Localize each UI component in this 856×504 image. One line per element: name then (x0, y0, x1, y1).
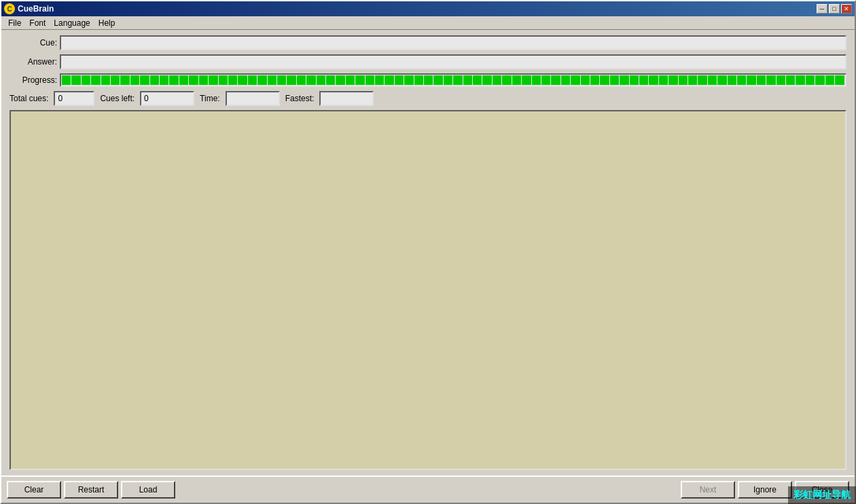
cue-label: Cue: (10, 38, 57, 48)
progress-segment (326, 75, 335, 85)
progress-segment (287, 75, 296, 85)
fastest-input[interactable] (319, 91, 374, 106)
progress-segments (61, 75, 845, 86)
menu-language[interactable]: Language (50, 17, 94, 29)
progress-segment (825, 75, 834, 85)
progress-segment (228, 75, 237, 85)
progress-segment (532, 75, 541, 85)
progress-segment (835, 75, 844, 85)
progress-segment (698, 75, 707, 85)
menu-help[interactable]: Help (94, 17, 120, 29)
progress-segment (346, 75, 355, 85)
progress-segment (199, 75, 208, 85)
progress-segment (71, 75, 80, 85)
progress-segment (717, 75, 726, 85)
menu-file[interactable]: File (4, 17, 25, 29)
progress-segment (385, 75, 393, 85)
progress-segment (786, 75, 795, 85)
close-window-button[interactable]: ✕ (841, 4, 852, 14)
progress-segment (414, 75, 423, 85)
progress-segment (238, 75, 247, 85)
progress-segment (268, 75, 277, 85)
ignore-button[interactable]: Ignore (738, 481, 792, 499)
progress-segment (169, 75, 178, 85)
progress-segment (453, 75, 462, 85)
load-button[interactable]: Load (121, 481, 175, 499)
next-button[interactable]: Next (681, 481, 735, 499)
left-buttons: Clear Restart Load (7, 481, 175, 499)
progress-segment (444, 75, 452, 85)
progress-segment (277, 75, 286, 85)
progress-segment (160, 75, 168, 85)
progress-segment (551, 75, 560, 85)
total-cues-input[interactable] (54, 91, 94, 106)
progress-segment (424, 75, 433, 85)
time-input[interactable] (226, 91, 280, 106)
restart-button[interactable]: Restart (64, 481, 118, 499)
answer-input[interactable] (60, 54, 846, 69)
progress-segment (82, 75, 90, 85)
progress-segment (522, 75, 531, 85)
progress-segment (375, 75, 384, 85)
progress-segment (120, 75, 129, 85)
progress-segment (257, 75, 266, 85)
progress-segment (541, 75, 550, 85)
progress-segment (493, 75, 501, 85)
stats-row: Total cues: Cues left: Time: Fastest: (10, 91, 846, 106)
answer-row: Answer: (10, 54, 846, 69)
menu-bar: File Font Language Help (1, 16, 855, 30)
progress-segment (473, 75, 482, 85)
progress-segment (600, 75, 609, 85)
progress-segment (708, 75, 717, 85)
title-bar-left: C CueBrain (4, 3, 54, 14)
time-label: Time: (200, 94, 220, 103)
progress-segment (815, 75, 824, 85)
clear-button[interactable]: Clear (7, 481, 61, 499)
progress-segment (679, 75, 688, 85)
progress-segment (728, 75, 736, 85)
title-bar-buttons: ─ □ ✕ (817, 4, 852, 14)
main-content: Cue: Answer: Progress: Total cues: Cues … (1, 30, 855, 475)
content-area (10, 110, 846, 470)
progress-segment (766, 75, 775, 85)
progress-segment (433, 75, 442, 85)
progress-segment (395, 75, 404, 85)
menu-font[interactable]: Font (25, 17, 50, 29)
button-bar: Clear Restart Load Next Ignore Close (1, 475, 855, 503)
progress-segment (630, 75, 639, 85)
restore-button[interactable]: □ (829, 4, 840, 14)
progress-segment (571, 75, 579, 85)
total-cues-label: Total cues: (10, 94, 48, 103)
progress-segment (757, 75, 766, 85)
right-buttons: Next Ignore Close (681, 481, 849, 499)
progress-segment (659, 75, 668, 85)
progress-segment (130, 75, 139, 85)
cue-input[interactable] (60, 35, 846, 50)
progress-segment (581, 75, 590, 85)
progress-segment (248, 75, 257, 85)
progress-segment (179, 75, 188, 85)
progress-segment (502, 75, 511, 85)
minimize-button[interactable]: ─ (817, 4, 827, 14)
progress-segment (688, 75, 697, 85)
progress-segment (219, 75, 228, 85)
answer-label: Answer: (10, 57, 57, 67)
progress-segment (561, 75, 570, 85)
close-button[interactable]: Close (795, 481, 849, 499)
progress-segment (189, 75, 198, 85)
progress-segment (649, 75, 658, 85)
title-bar: C CueBrain ─ □ ✕ (1, 1, 855, 16)
progress-segment (620, 75, 628, 85)
progress-segment (796, 75, 804, 85)
cues-left-input[interactable] (140, 91, 194, 106)
progress-segment (209, 75, 217, 85)
progress-segment (365, 75, 374, 85)
progress-segment (806, 75, 815, 85)
main-window: C CueBrain ─ □ ✕ File Font Language Help… (0, 0, 856, 504)
progress-segment (355, 75, 364, 85)
progress-bar (60, 73, 846, 87)
progress-segment (62, 75, 71, 85)
progress-segment (150, 75, 159, 85)
progress-segment (306, 75, 315, 85)
progress-segment (777, 75, 785, 85)
